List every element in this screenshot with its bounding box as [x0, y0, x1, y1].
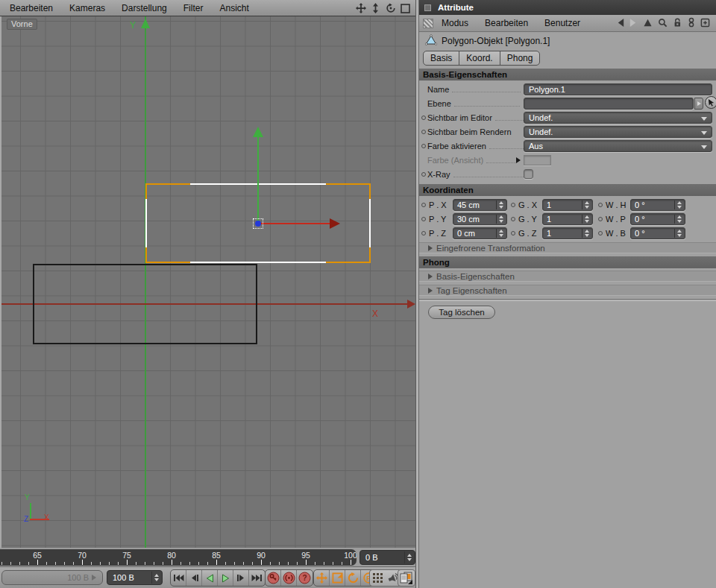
ebene-pick-button[interactable] — [705, 96, 716, 109]
keyframe-circle[interactable] — [421, 130, 426, 134]
autokey-button[interactable] — [281, 570, 297, 586]
pz-input[interactable]: 0 cm — [453, 227, 507, 239]
gz-input[interactable]: 1 — [542, 227, 593, 239]
timeline-ruler[interactable]: 65 70 75 80 85 90 95 100 — [0, 549, 357, 566]
gz-spinner[interactable] — [582, 229, 591, 238]
menu-modus[interactable]: Modus — [433, 15, 477, 32]
record-position-toggle[interactable] — [314, 570, 330, 586]
record-options-button[interactable]: ? — [297, 570, 313, 586]
viewport-front[interactable]: Y X Vorne Y X Z — [0, 16, 415, 548]
pz-spinner[interactable] — [496, 229, 506, 238]
wb-input[interactable]: 0 ° — [630, 227, 685, 239]
record-rotation-toggle[interactable] — [345, 570, 361, 586]
next-key-button[interactable] — [233, 570, 249, 586]
current-frame-field[interactable]: 0 B — [359, 550, 415, 565]
keyframe-circle[interactable] — [421, 116, 426, 120]
camera-zoom-icon[interactable] — [370, 3, 381, 14]
timeline-power-slider[interactable]: 100 B — [1, 570, 103, 585]
wp-input[interactable]: 0 ° — [630, 213, 685, 225]
play-forward-button[interactable] — [218, 570, 233, 586]
keyframe-circle[interactable] — [421, 144, 426, 148]
camera-rotate-icon[interactable] — [385, 3, 396, 14]
record-scale-toggle[interactable] — [330, 570, 345, 586]
tab-basis[interactable]: Basis — [423, 51, 459, 66]
gy-input[interactable]: 1 — [542, 213, 593, 225]
history-forward-icon[interactable] — [628, 17, 638, 31]
link-icon[interactable] — [688, 17, 695, 31]
record-pla-toggle[interactable] — [370, 570, 386, 586]
menu-kameras[interactable]: Kameras — [61, 0, 113, 16]
keyframe-circle[interactable] — [421, 217, 426, 221]
phong-basis-group[interactable]: Basis-Eigenschaften — [419, 271, 716, 282]
object-y-axis-handle[interactable] — [257, 136, 259, 224]
keyframe-circle[interactable] — [421, 203, 426, 207]
keyframe-circle[interactable] — [598, 217, 603, 221]
viewport-layout-button[interactable] — [398, 570, 414, 586]
object-x-axis-handle[interactable] — [261, 223, 330, 224]
drag-grip-icon[interactable] — [423, 19, 433, 28]
record-keyframe-button[interactable] — [266, 570, 281, 586]
py-input[interactable]: 30 cm — [453, 213, 507, 225]
object-origin-handle[interactable] — [253, 218, 263, 229]
menu-ansicht[interactable]: Ansicht — [211, 0, 257, 16]
attribute-titlebar[interactable]: Attribute — [419, 0, 716, 15]
current-frame-spinner[interactable] — [404, 551, 414, 563]
parent-object-icon[interactable] — [643, 17, 653, 31]
keyframe-circle[interactable] — [421, 172, 426, 177]
gx-spinner[interactable] — [582, 200, 591, 209]
ebene-browse-button[interactable] — [694, 98, 703, 110]
menu-bearbeiten[interactable]: Bearbeiten — [0, 0, 61, 16]
camera-move-icon[interactable] — [355, 3, 366, 14]
viewport-maximize-icon[interactable] — [400, 3, 411, 14]
menu-bearbeiten-attr[interactable]: Bearbeiten — [477, 15, 536, 32]
expand-arrow-icon[interactable] — [516, 157, 521, 163]
end-frame-field[interactable]: 100 B — [107, 570, 163, 585]
new-panel-icon[interactable] — [700, 17, 710, 31]
section-phong[interactable]: Phong — [419, 256, 716, 268]
keyframe-circle[interactable] — [511, 231, 515, 235]
farbe-ansicht-swatch[interactable] — [524, 155, 551, 165]
menu-filter[interactable]: Filter — [175, 0, 212, 16]
view-name-label[interactable]: Vorne — [7, 19, 37, 30]
wh-input[interactable]: 0 ° — [630, 199, 685, 211]
gy-spinner[interactable] — [582, 215, 591, 224]
tab-koord[interactable]: Koord. — [459, 51, 500, 66]
phong-tag-group[interactable]: Tag Eigenschaften — [419, 285, 716, 296]
section-basis-eigenschaften[interactable]: Basis-Eigenschaften — [419, 69, 716, 80]
sichtbar-editor-dropdown[interactable]: Undef. — [524, 112, 712, 124]
xray-checkbox[interactable] — [524, 169, 533, 179]
object-x-axis-arrow-icon[interactable] — [330, 218, 340, 229]
gx-input[interactable]: 1 — [542, 199, 593, 211]
end-frame-spinner[interactable] — [151, 572, 161, 584]
polygon-object-unselected[interactable] — [33, 264, 257, 344]
px-input[interactable]: 45 cm — [453, 199, 507, 211]
keyframe-circle[interactable] — [421, 231, 426, 235]
wp-spinner[interactable] — [674, 215, 684, 224]
keyframe-circle[interactable] — [598, 203, 603, 207]
px-spinner[interactable] — [496, 200, 506, 209]
goto-start-button[interactable] — [171, 570, 186, 586]
lock-icon[interactable] — [673, 17, 682, 31]
py-spinner[interactable] — [496, 215, 506, 224]
section-koordinaten[interactable]: Koordinaten — [419, 184, 716, 196]
delete-tag-button[interactable]: Tag löschen — [428, 306, 495, 319]
wh-spinner[interactable] — [674, 200, 684, 209]
object-y-axis-arrow-icon[interactable] — [253, 127, 263, 137]
play-backward-button[interactable] — [202, 570, 218, 586]
name-input[interactable]: Polygon.1 — [524, 83, 712, 95]
frozen-transform-group[interactable]: Eingefrorene Transformation — [419, 242, 716, 253]
sichtbar-rendern-dropdown[interactable]: Undef. — [524, 126, 712, 138]
menu-benutzer[interactable]: Benutzer — [536, 15, 588, 32]
goto-end-button[interactable] — [249, 570, 265, 586]
wb-spinner[interactable] — [674, 229, 684, 238]
tab-phong[interactable]: Phong — [500, 51, 541, 66]
menu-darstellung[interactable]: Darstellung — [113, 0, 175, 16]
ebene-input[interactable] — [524, 98, 694, 110]
search-icon[interactable] — [658, 17, 668, 31]
previous-key-button[interactable] — [186, 570, 202, 586]
farbe-aktivieren-dropdown[interactable]: Aus — [524, 140, 712, 152]
keyframe-circle[interactable] — [511, 217, 515, 221]
keyframe-circle[interactable] — [598, 231, 603, 235]
history-back-icon[interactable] — [616, 17, 626, 31]
keyframe-circle[interactable] — [511, 203, 515, 207]
